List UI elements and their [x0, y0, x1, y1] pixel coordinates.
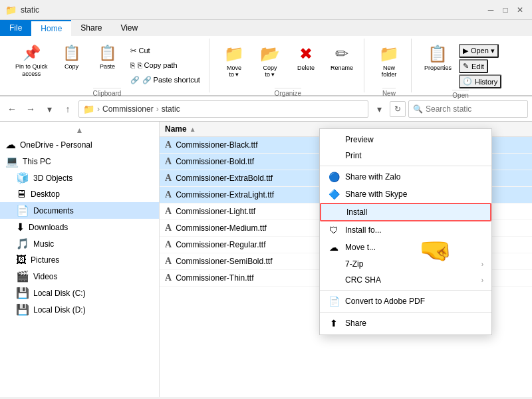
- clipboard-label: Clipboard: [93, 88, 122, 98]
- new-buttons: 📁 Newfolder: [372, 39, 406, 86]
- file-type-icon: A: [165, 273, 172, 283]
- music-label: Music: [33, 239, 54, 249]
- properties-button[interactable]: 📋 Properties: [420, 41, 456, 86]
- zalo-icon: 🔵: [328, 172, 340, 182]
- ctx-preview[interactable]: Preview: [320, 132, 491, 148]
- copy-button[interactable]: 📋 Copy: [55, 41, 88, 86]
- maximize-button[interactable]: □: [499, 3, 512, 17]
- ctx-share-skype-label: Share with Skype: [345, 190, 483, 199]
- search-input[interactable]: [426, 104, 523, 114]
- copy-path-button[interactable]: ⎘ ⎘ Copy path: [127, 59, 203, 72]
- sidebar-item-music[interactable]: 🎵 Music: [0, 235, 159, 252]
- ctx-install-for-users-label: Install fo...: [345, 225, 483, 235]
- address-bar[interactable]: 📁 › Commissioner › static: [78, 100, 368, 118]
- copy-label: Copy: [65, 63, 78, 70]
- ctx-share[interactable]: ⬆ Share: [320, 315, 491, 332]
- pictures-icon: 🖼: [16, 254, 27, 266]
- rename-label: Rename: [331, 65, 353, 71]
- file-name: Commissioner-Thin.ttf: [176, 273, 253, 283]
- rename-button[interactable]: ✏ Rename: [325, 41, 358, 86]
- up-button[interactable]: ↑: [60, 101, 76, 117]
- sidebar-item-videos[interactable]: 🎬 Videos: [0, 268, 159, 285]
- sidebar-item-pictures[interactable]: 🖼 Pictures: [0, 252, 159, 268]
- sidebar-item-onedrive[interactable]: ☁ OneDrive - Personal: [0, 136, 159, 153]
- delete-button[interactable]: ✖ Delete: [289, 41, 323, 86]
- desktop-label: Desktop: [31, 190, 60, 199]
- desktop-icon: 🖥: [16, 188, 27, 200]
- edit-button[interactable]: ✎ Edit: [459, 59, 488, 73]
- tab-home[interactable]: Home: [31, 20, 71, 36]
- nav-bar: ← → ▾ ↑ 📁 › Commissioner › static ▾ ↻ 🔍: [0, 96, 532, 122]
- ctx-print[interactable]: Print: [320, 148, 491, 164]
- rename-icon: ✏: [335, 45, 348, 63]
- documents-icon: 📄: [16, 204, 29, 217]
- ctx-share-skype[interactable]: 🔷 Share with Skype: [320, 186, 491, 203]
- back-button[interactable]: ←: [4, 101, 20, 117]
- title-bar-controls: ─ □ ✕: [484, 3, 527, 17]
- edit-label: Edit: [471, 63, 484, 70]
- name-column-header: Name: [165, 124, 187, 134]
- onedrive-label: OneDrive - Personal: [20, 140, 92, 150]
- close-button[interactable]: ✕: [513, 3, 527, 17]
- paste-button[interactable]: 📋 Paste: [91, 41, 124, 86]
- ctx-convert-pdf[interactable]: 📄 Convert to Adobe PDF: [320, 293, 491, 310]
- sidebar-item-downloads[interactable]: ⬇ Downloads: [0, 219, 159, 235]
- pin-icon: 📌: [23, 45, 41, 62]
- address-dropdown-button[interactable]: ▾: [371, 101, 387, 117]
- ctx-crc-sha[interactable]: CRC SHA ›: [320, 272, 491, 288]
- sidebar-item-desktop[interactable]: 🖥 Desktop: [0, 186, 159, 202]
- minimize-button[interactable]: ─: [484, 3, 497, 17]
- cut-button[interactable]: ✂ Cut: [127, 44, 203, 57]
- 3d-objects-icon: 🧊: [16, 172, 29, 184]
- history-label: History: [475, 78, 497, 86]
- sidebar-item-local-disk-c[interactable]: 💾 Local Disk (C:): [0, 285, 159, 301]
- tab-file[interactable]: File: [0, 20, 31, 36]
- sidebar: ▲ ☁ OneDrive - Personal 💻 This PC 🧊 3D O…: [0, 122, 160, 397]
- tab-view[interactable]: View: [111, 20, 147, 36]
- 7zip-arrow-icon: ›: [481, 261, 483, 268]
- onedrive-icon: ☁: [5, 138, 16, 151]
- file-name: Commissioner-Black.ttf: [176, 140, 257, 150]
- ctx-sep-1: [320, 166, 491, 166]
- ctx-sep-2: [320, 290, 491, 291]
- this-pc-icon: 💻: [5, 155, 19, 168]
- address-separator-left: ›: [97, 104, 100, 114]
- refresh-button[interactable]: ↻: [390, 101, 406, 117]
- ctx-7zip[interactable]: 7-Zip ›: [320, 256, 491, 272]
- edit-icon: ✎: [463, 62, 469, 70]
- sidebar-item-this-pc[interactable]: 💻 This PC: [0, 153, 159, 170]
- sidebar-item-local-disk-d[interactable]: 💾 Local Disk (D:): [0, 301, 159, 318]
- pin-label: Pin to Quickaccess: [15, 63, 48, 78]
- sort-button[interactable]: ▲: [190, 126, 196, 133]
- recent-locations-button[interactable]: ▾: [41, 101, 57, 117]
- music-icon: 🎵: [16, 237, 29, 250]
- address-commissioner[interactable]: Commissioner: [102, 104, 154, 114]
- videos-icon: 🎬: [16, 270, 29, 283]
- paste-shortcut-button[interactable]: 🔗 🔗 Paste shortcut: [127, 73, 203, 86]
- ctx-install[interactable]: Install: [320, 203, 491, 221]
- history-button[interactable]: 🕐 History: [459, 74, 501, 88]
- sidebar-scroll-up[interactable]: ▲: [0, 124, 159, 136]
- ctx-move-to[interactable]: ☁ Move t...: [320, 239, 491, 256]
- address-static[interactable]: static: [162, 104, 180, 114]
- properties-icon: 📋: [428, 45, 448, 63]
- file-type-icon: A: [165, 223, 172, 233]
- context-menu: Preview Print 🔵 Share with Zalo 🔷 Share …: [319, 128, 492, 335]
- ctx-7zip-label: 7-Zip: [345, 259, 476, 269]
- forward-button[interactable]: →: [23, 101, 39, 117]
- sidebar-item-documents[interactable]: 📄 Documents: [0, 202, 159, 219]
- open-dropdown-button[interactable]: ▶ Open ▾: [459, 44, 499, 58]
- move-to-button[interactable]: 📁 Moveto ▾: [217, 41, 251, 86]
- copy-to-button[interactable]: 📂 Copyto ▾: [253, 41, 287, 86]
- pin-to-quick-access-button[interactable]: 📌 Pin to Quickaccess: [11, 41, 53, 86]
- local-disk-d-label: Local Disk (D:): [33, 305, 86, 315]
- move-label: Moveto ▾: [227, 65, 241, 78]
- sidebar-item-3d-objects[interactable]: 🧊 3D Objects: [0, 170, 159, 186]
- ctx-share-zalo[interactable]: 🔵 Share with Zalo: [320, 168, 491, 186]
- ribbon-content: 📌 Pin to Quickaccess 📋 Copy 📋 Paste ✂ Cu…: [0, 36, 532, 96]
- new-folder-icon: 📁: [379, 45, 399, 63]
- new-folder-button[interactable]: 📁 Newfolder: [372, 41, 406, 86]
- tab-share[interactable]: Share: [71, 20, 111, 36]
- ctx-install-for-users[interactable]: 🛡 Install fo...: [320, 221, 491, 239]
- new-folder-label: Newfolder: [382, 65, 397, 78]
